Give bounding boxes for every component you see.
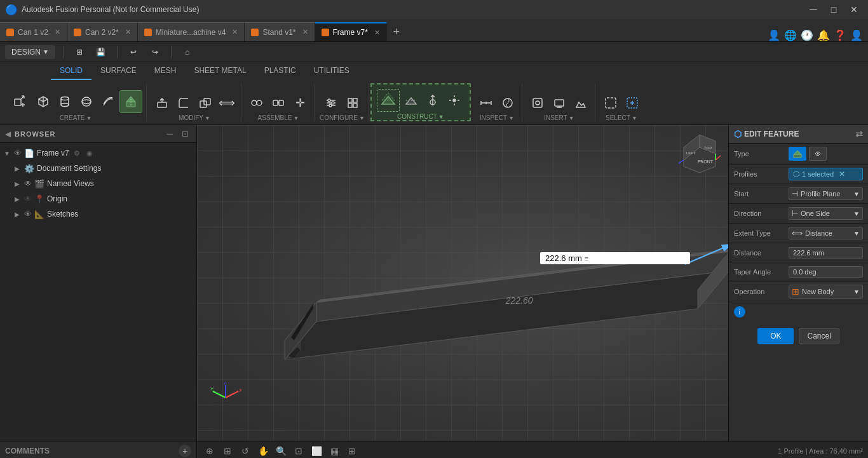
construct-midplane-button[interactable] xyxy=(401,90,421,111)
tree-item-named-views[interactable]: 👁 🎬 Named Views xyxy=(0,176,196,191)
configure-parameters-button[interactable] xyxy=(321,93,341,113)
notification-icon[interactable]: 🔔 xyxy=(817,29,830,41)
vp-nav-arrows-icon[interactable]: ⊕ xyxy=(202,443,217,459)
select-dashed-button[interactable] xyxy=(622,93,642,113)
insert-decal-button[interactable] xyxy=(571,93,591,113)
dimension-label[interactable]: 222.6 mm ≡ xyxy=(540,252,690,264)
account-icon[interactable]: 👤 xyxy=(768,29,780,41)
tab-close-miniature[interactable]: ✕ xyxy=(232,28,238,36)
add-comment-button[interactable]: + xyxy=(179,445,191,457)
construct-point-button[interactable] xyxy=(444,90,465,111)
globe-icon[interactable]: 🌐 xyxy=(784,29,797,41)
tree-eye2-icon-frame-v7[interactable]: ◉ xyxy=(85,148,95,158)
vp-zoom-icon[interactable]: 🔍 xyxy=(273,443,288,459)
inspect-measure-button[interactable] xyxy=(476,93,496,113)
browser-back-icon[interactable]: ◀ xyxy=(5,130,11,138)
vp-display-icon[interactable]: ▦ xyxy=(327,443,342,459)
create-sphere-button[interactable] xyxy=(76,91,97,112)
tab-mesh[interactable]: MESH xyxy=(146,62,186,80)
design-menu-button[interactable]: DESIGN ▼ xyxy=(5,45,55,59)
tab-sheet-metal[interactable]: SHEET METAL xyxy=(185,62,255,80)
construct-axis-button[interactable] xyxy=(423,90,443,111)
assemble-move-button[interactable]: ✛ xyxy=(290,93,310,113)
assemble-group-label[interactable]: ASSEMBLE ▼ xyxy=(258,114,299,121)
tree-eye-icon-origin[interactable]: 👁 xyxy=(24,194,32,203)
type-revolve-button[interactable] xyxy=(809,147,827,161)
minimize-button[interactable]: ─ xyxy=(804,3,822,16)
cancel-button[interactable]: Cancel xyxy=(799,328,839,344)
distance-input[interactable] xyxy=(789,247,863,259)
help-icon[interactable]: ❓ xyxy=(834,29,846,41)
tab-frame[interactable]: Frame v7* ✕ xyxy=(315,22,387,41)
maximize-button[interactable]: □ xyxy=(825,3,843,16)
dimension-options-icon[interactable]: ≡ xyxy=(585,255,588,262)
tab-close-can1v2[interactable]: ✕ xyxy=(55,28,60,36)
browser-collapse-icon[interactable]: ─ xyxy=(163,128,176,140)
insert-canvas-button[interactable] xyxy=(549,93,569,113)
tree-item-frame-v7[interactable]: 👁 📄 Frame v7 ⚙ ◉ xyxy=(0,145,196,161)
tree-item-doc-settings[interactable]: ⚙️ Document Settings xyxy=(0,161,196,176)
tab-can2v2[interactable]: Can 2 v2* ✕ xyxy=(67,22,138,41)
tab-plastic[interactable]: PLASTIC xyxy=(255,62,305,80)
vp-orbit-icon[interactable]: ↺ xyxy=(238,443,253,459)
tree-arrow-frame-v7[interactable] xyxy=(3,149,11,158)
clock-icon[interactable]: 🕐 xyxy=(801,29,813,41)
toolbar-grid-icon[interactable]: ⊞ xyxy=(71,44,88,60)
create-pipe-button[interactable] xyxy=(98,91,118,112)
vp-grid2-icon[interactable]: ⊞ xyxy=(344,443,360,459)
profiles-selected-button[interactable]: ⬡ 1 selected ✕ xyxy=(789,168,863,180)
home-button[interactable]: ⌂ xyxy=(179,44,196,60)
start-dropdown[interactable]: ⊣ Profile Plane ▼ xyxy=(789,187,863,200)
tree-eye-icon-sketches[interactable]: 👁 xyxy=(24,210,32,219)
create-group-label[interactable]: CREATE ▼ xyxy=(60,114,92,121)
tab-miniature[interactable]: Miniature...achine v4 ✕ xyxy=(138,22,245,41)
tab-surface[interactable]: SURFACE xyxy=(92,62,146,80)
type-extrude-button[interactable] xyxy=(789,147,806,161)
assemble-rigid-button[interactable] xyxy=(268,93,288,113)
create-box-button[interactable] xyxy=(33,91,53,112)
insert-group-label[interactable]: INSERT ▼ xyxy=(544,114,574,121)
viewport[interactable]: 222.6 mm ≡ 222.60 FRONT LEFT TOP xyxy=(197,125,868,441)
operation-dropdown[interactable]: ⊞ New Body ▼ xyxy=(789,285,863,299)
user-avatar-icon[interactable]: 👤 xyxy=(850,29,863,41)
undo-button[interactable]: ↩ xyxy=(125,44,142,60)
vp-grid-icon[interactable]: ⊞ xyxy=(220,443,235,459)
select-button[interactable] xyxy=(600,93,621,113)
create-cylinder-button[interactable] xyxy=(55,91,75,112)
tab-utilities[interactable]: UTILITIES xyxy=(305,62,358,80)
inspect-group-label[interactable]: INSPECT ▼ xyxy=(480,114,514,121)
construct-offset-plane-button[interactable] xyxy=(377,89,400,112)
create-extrude-button[interactable] xyxy=(119,90,142,113)
vp-fit-icon[interactable]: ⊡ xyxy=(291,443,306,459)
insert-svg-button[interactable] xyxy=(527,93,548,113)
tab-close-frame[interactable]: ✕ xyxy=(374,29,380,37)
tab-close-stand[interactable]: ✕ xyxy=(302,28,308,36)
edit-panel-expand-icon[interactable]: ⇄ xyxy=(855,129,863,139)
close-button[interactable]: ✕ xyxy=(845,3,863,16)
modify-press-pull-button[interactable] xyxy=(152,93,172,113)
tree-arrow-named-views[interactable] xyxy=(13,179,22,188)
modify-combine-button[interactable] xyxy=(195,93,215,113)
toolbar-save-button[interactable]: 💾 xyxy=(93,44,109,60)
tab-stand[interactable]: Stand v1* ✕ xyxy=(245,22,315,41)
modify-fillet-button[interactable] xyxy=(173,93,194,113)
tab-solid[interactable]: SOLID xyxy=(51,62,92,80)
tree-arrow-sketches[interactable] xyxy=(13,210,22,219)
browser-options-icon[interactable]: ⊡ xyxy=(179,128,191,140)
create-new-component-button[interactable] xyxy=(9,90,32,113)
select-group-label[interactable]: SELECT ▼ xyxy=(606,114,637,121)
construct-group-label[interactable]: CONSTRUCT ▼ xyxy=(397,113,444,120)
add-tab-button[interactable]: + xyxy=(387,22,406,41)
ok-button[interactable]: OK xyxy=(757,328,794,344)
tab-close-can2v2[interactable]: ✕ xyxy=(125,28,131,36)
extent-type-dropdown[interactable]: ⟺ Distance ▼ xyxy=(789,227,863,239)
modify-group-label[interactable]: MODIFY ▼ xyxy=(179,114,210,121)
taper-angle-input[interactable] xyxy=(789,266,863,278)
viewcube[interactable]: FRONT LEFT TOP xyxy=(677,131,722,176)
vp-view-icon[interactable]: ⬜ xyxy=(309,443,324,459)
inspect-zebra-button[interactable] xyxy=(498,93,518,113)
redo-button[interactable]: ↪ xyxy=(147,44,163,60)
modify-scale-button[interactable]: ⟺ xyxy=(217,93,237,113)
tree-settings-icon-frame-v7[interactable]: ⚙ xyxy=(72,148,82,158)
profiles-clear-icon[interactable]: ✕ xyxy=(839,170,845,178)
